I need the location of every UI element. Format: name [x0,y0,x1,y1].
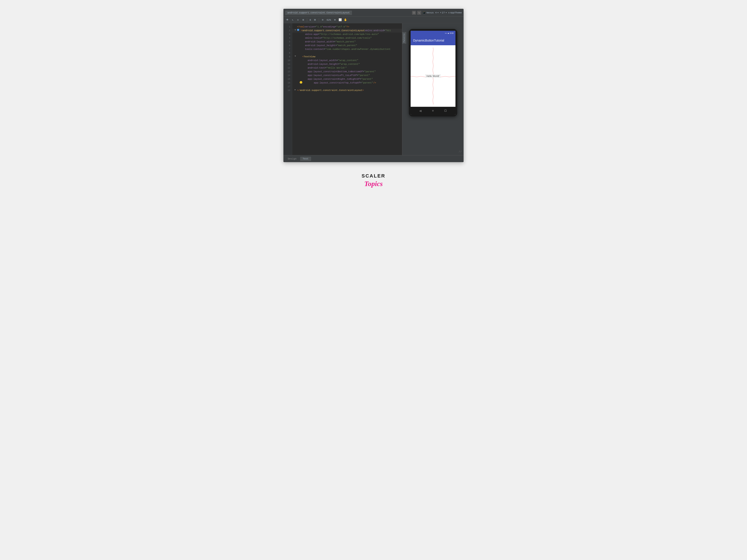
line-num-3: 3 [289,32,290,36]
line-num-11: 11 [288,62,290,66]
line-num-14: 14 [288,74,290,77]
line-num-16: 16 [288,81,290,85]
line-num-5: 5 [289,40,290,44]
line-num-10: 10 [288,59,290,62]
line-num-13: 13 [288,70,290,74]
tab-text[interactable]: Text [300,157,311,161]
eye-icon[interactable]: 👁 [285,18,289,22]
fold-arrow-9[interactable]: ▼ [294,55,297,57]
tools-icon[interactable]: ⚙ [301,18,305,22]
code-editor[interactable]: <?xml version = "1.0" encoding = "utf-8"… [292,23,402,155]
line-num-17: 17 [288,85,290,88]
toolbar-right: ⬡ ↖ 📱 Nexus 4 ▾ ≡ 27 ▾ ⊙ AppTheme [412,11,462,15]
app-title-bar: DynamicButtonTutorial [411,35,456,45]
cursor2-icon[interactable]: ↖ [290,18,295,22]
zoom-level: 62% [326,19,332,21]
phone-content: Hello World! [411,45,456,107]
code-line-16: 💡 app:layout_constraintTop_toTopOf = "pa… [292,81,402,85]
hello-world-label: Hello World! [426,75,441,78]
line-num-8: 8 [289,51,290,55]
fold-arrow-18[interactable]: ▶ [294,88,297,91]
code-line-18: ▶ </ android.support.constraint.Constrai… [292,88,402,92]
breakpoint-dot[interactable] [297,29,299,31]
line-num-9: 9 [289,55,290,59]
line-num-6: 6 [289,44,290,47]
code-line-1: <?xml version = "1.0" encoding = "utf-8"… [292,25,402,29]
api-selector[interactable]: ≡ 27 ▾ [440,11,447,14]
fit-icon[interactable]: ⬜ [338,18,342,22]
code-line-3: xmlns:app = "http://schemas.android.com/… [292,32,402,36]
status-bar: ▾▾ ■ 8:00 [411,31,456,35]
code-line-11: android:layout_height = "wrap_content" [292,62,402,66]
layout-icon[interactable]: ⊞ [313,18,317,22]
hand-icon[interactable]: ✋ [343,18,347,22]
warning-icon: 💡 [300,81,302,84]
code-line-17 [292,85,402,88]
status-time: 8:00 [450,32,454,34]
code-line-6: android:layout_height = "match_parent" [292,44,402,47]
device-selector[interactable]: 📱 Nexus 4 ▾ [422,11,439,14]
zoom-in-icon[interactable]: ⊕ [333,18,337,22]
tab-design[interactable]: Design [285,157,299,161]
scaler-logo-section: SCALER Topics [362,173,385,188]
line-num-2: 2 [289,29,290,32]
fold-arrow-2[interactable]: ▼ [294,29,297,31]
theme-selector[interactable]: ⊙ AppTheme [448,11,462,14]
cursor-icon[interactable]: ↖ [417,11,421,15]
file-tab[interactable]: android.support.constraint.ConstraintLay… [285,10,352,15]
top-toolbar: android.support.constraint.ConstraintLay… [283,9,464,17]
home-button[interactable]: ○ [432,109,434,112]
bottom-tabs: Design Text [283,155,464,162]
app-title: DynamicButtonTutorial [413,39,444,42]
code-line-12: android:text = "Hello World!" [292,66,402,70]
code-line-8 [292,51,402,55]
move-icon[interactable]: ✛ [296,18,300,22]
code-line-5: android:layout_width = "match_parent" [292,40,402,44]
line-numbers: 1 2 3 4 5 6 7 8 9 10 11 12 13 14 15 16 1… [283,23,292,155]
code-line-10: android:layout_width = "wrap_content" [292,59,402,62]
code-line-15: app:layout_constraintRight_toRightOf = "… [292,77,402,81]
signal-icon: ■ [448,32,449,34]
code-line-2: ▼ < android.support.constraint.Constrain… [292,29,402,32]
recent-button[interactable]: □ [445,109,446,112]
palette-icon[interactable]: ⬡ [412,11,416,15]
scaler-title: SCALER [362,173,385,179]
code-line-4: xmlns:tools = "http://schemas.android.co… [292,36,402,40]
device-panel: Palette ▾▾ ■ 8:00 DynamicButtonTutorial [402,23,464,155]
phone-screen: ▾▾ ■ 8:00 DynamicButtonTutorial [411,31,456,115]
code-line-7: tools:context = "com.numbershapes.andrew… [292,47,402,51]
code-line-9: ▼ < TextView [292,55,402,59]
main-content: 1 2 3 4 5 6 7 8 9 10 11 12 13 14 15 16 1… [283,23,464,155]
code-line-14: app:layout_constraintLeft_toLeftOf = "pa… [292,74,402,77]
separator [307,18,307,22]
ide-window: android.support.constraint.ConstraintLay… [283,9,464,162]
wifi-icon: ▾▾ [445,32,447,34]
line-num-15: 15 [288,77,290,81]
line-num-7: 7 [289,47,290,51]
zoom-out-icon[interactable]: ⊖ [320,18,325,22]
back-button[interactable]: ◁ [419,109,421,113]
line-num-4: 4 [289,36,290,40]
api-number: 8 [309,19,312,21]
line-num-18: 18 [288,88,290,92]
resize-handle[interactable]: // [459,150,462,153]
separator2 [319,18,319,22]
code-line-13: app:layout_constraintBottom_toBottomOf =… [292,70,402,74]
palette-tab[interactable]: Palette [402,32,406,44]
secondary-toolbar: 👁 ↖ ✛ ⚙ 8 ⊞ ⊖ 62% ⊕ ⬜ ✋ [283,17,464,23]
line-num-1: 1 [289,25,290,29]
nav-bar: ◁ ○ □ [411,107,456,115]
scaler-subtitle: Topics [364,180,383,188]
line-num-12: 12 [288,66,290,70]
phone-frame: ▾▾ ■ 8:00 DynamicButtonTutorial [409,29,457,117]
